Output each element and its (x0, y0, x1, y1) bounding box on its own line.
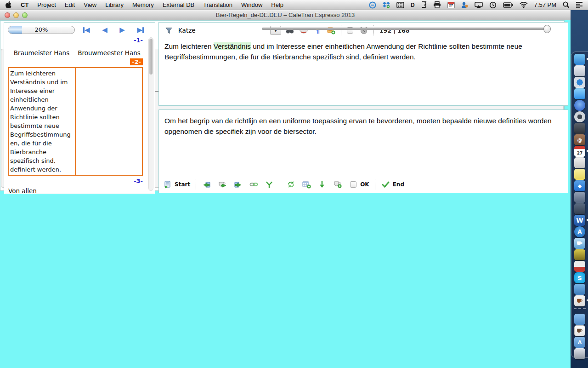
stickies-icon[interactable] (574, 169, 585, 180)
zoom-window-button[interactable] (22, 12, 28, 18)
end-check-icon[interactable] (381, 179, 391, 190)
next-segment-button[interactable]: ▶ (119, 27, 125, 33)
minimize-window-button[interactable] (13, 12, 19, 18)
start-translation-icon[interactable] (163, 179, 173, 190)
last-segment-button[interactable]: ▶ (137, 27, 144, 33)
zoom-slider-handle[interactable] (543, 25, 551, 33)
airplay-icon[interactable] (475, 1, 483, 9)
trash-icon[interactable] (574, 348, 585, 359)
menu-help[interactable]: Help (271, 1, 283, 8)
backblaze-icon[interactable] (421, 1, 427, 9)
battery-icon[interactable] (503, 1, 513, 9)
previous-segment-transfer-icon[interactable] (202, 179, 212, 190)
menu-external-db[interactable]: External DB (163, 1, 194, 8)
photo-booth-icon[interactable] (574, 192, 585, 203)
join-segments-icon[interactable] (249, 179, 259, 190)
segment-number-1[interactable]: -1- (8, 37, 143, 44)
alarm-clock-icon[interactable] (359, 25, 369, 35)
menu-library[interactable]: Library (105, 1, 124, 8)
skype-menu-icon[interactable] (461, 1, 468, 9)
close-window-button[interactable] (5, 12, 10, 18)
messages-icon[interactable] (574, 88, 585, 99)
grid-scrollbar-thumb[interactable] (149, 39, 153, 75)
menu-view[interactable]: View (84, 1, 96, 8)
menu-edit[interactable]: Edit (65, 1, 75, 8)
highlighted-term[interactable]: Verständnis (214, 42, 251, 50)
menu-clock[interactable]: 7:57 PM (534, 1, 556, 8)
grid-scrollbar[interactable] (148, 37, 153, 191)
downloads-folder-icon[interactable] (574, 314, 585, 325)
target-language-header: Brouwmeester Hans (75, 49, 143, 57)
contacts-icon[interactable]: @ (574, 134, 585, 145)
finder-icon[interactable] (574, 54, 585, 65)
printer-icon[interactable] (433, 1, 441, 9)
ok-label: OK (360, 181, 369, 188)
source-segment-text[interactable]: Zum leichteren Verständnis und im Intere… (159, 38, 568, 65)
duet-icon[interactable]: D (411, 1, 415, 9)
menu-app-ct[interactable]: CT (21, 1, 28, 8)
menu-project[interactable]: Project (37, 1, 56, 8)
add-to-memory-table-icon[interactable] (301, 179, 311, 190)
toolbar-separator (375, 179, 375, 190)
calendar-icon[interactable]: 27 (574, 146, 585, 157)
parallels-icon[interactable] (574, 261, 585, 272)
ok-checkbox[interactable] (350, 181, 356, 188)
binoculars-search-icon[interactable] (285, 25, 295, 35)
wifi-icon[interactable] (520, 1, 528, 9)
menu-window[interactable]: Window (241, 1, 262, 8)
active-segment-number-badge[interactable]: -2- (130, 58, 143, 65)
add-note-icon[interactable] (326, 25, 336, 35)
filter-input[interactable]: Katze (178, 27, 270, 34)
iphoto-icon[interactable] (574, 203, 585, 214)
display-grid-icon[interactable] (396, 1, 404, 9)
applications-folder-icon[interactable]: A (574, 337, 585, 348)
teamviewer-icon[interactable] (369, 1, 376, 9)
zoom-slider[interactable] (262, 28, 550, 30)
dropbox-menu-icon[interactable] (383, 1, 390, 9)
next-document-transfer-icon[interactable] (233, 179, 243, 190)
first-segment-button[interactable]: ◀ (83, 27, 90, 33)
preview-icon[interactable] (574, 65, 585, 76)
menu-memory[interactable]: Memory (132, 1, 154, 8)
pilcrow-formatting-icon[interactable]: ¶ (312, 25, 322, 35)
apple-menu-icon[interactable] (6, 1, 12, 8)
grid-source-cell[interactable]: Zum leichteren Verständnis und im Intere… (8, 67, 76, 176)
split-segment-icon[interactable] (264, 179, 274, 190)
progress-bar: 20% (8, 26, 75, 34)
notification-center-icon[interactable] (576, 2, 582, 8)
grid-target-cell[interactable] (75, 67, 143, 176)
spotlight-icon[interactable] (563, 1, 570, 9)
launchpad-icon[interactable] (574, 111, 585, 122)
target-segment-text[interactable]: Om het begrip van de richtlijn en een un… (159, 110, 568, 178)
transfer-source-cup-icon[interactable] (217, 179, 227, 190)
eraser-icon[interactable] (299, 25, 309, 35)
refresh-translation-icon[interactable] (286, 179, 296, 190)
skype-icon[interactable]: S (574, 272, 585, 283)
add-term-cup-icon[interactable] (333, 179, 343, 190)
window-titlebar[interactable]: Bier-Regeln_de-DE.DEU – CafeTran Espress… (0, 10, 571, 20)
filter-icon[interactable] (164, 25, 174, 35)
gloves-icon[interactable] (574, 284, 585, 295)
cafetran-file-icon[interactable] (574, 325, 585, 336)
desktop: CT Project Edit View Library Memory Exte… (0, 0, 588, 368)
word-icon[interactable]: W (574, 215, 585, 226)
next-segment-preview[interactable]: Von allen (8, 187, 143, 194)
progress-percentage: 20% (8, 26, 74, 34)
insert-match-down-icon[interactable] (317, 179, 327, 190)
itunes-icon[interactable] (574, 100, 585, 111)
previous-segment-button[interactable]: ◀ (102, 27, 107, 33)
excavator-icon[interactable] (574, 249, 585, 260)
time-machine-icon[interactable] (489, 1, 497, 9)
safari-icon[interactable] (574, 77, 585, 88)
segment-number-3[interactable]: -3- (8, 178, 143, 184)
app-store-icon[interactable]: A (574, 226, 585, 237)
end-label[interactable]: End (393, 181, 404, 188)
java-icon[interactable] (574, 295, 585, 306)
dropbox-icon[interactable]: ◆ (574, 180, 585, 191)
start-label[interactable]: Start (175, 181, 190, 188)
cafetran-cup-icon[interactable] (574, 238, 585, 249)
calendar-menu-icon[interactable]: 27 (447, 2, 455, 8)
menu-translation[interactable]: Translation (203, 1, 232, 8)
reminders-icon[interactable] (574, 157, 585, 168)
mission-control-icon[interactable] (574, 123, 585, 134)
